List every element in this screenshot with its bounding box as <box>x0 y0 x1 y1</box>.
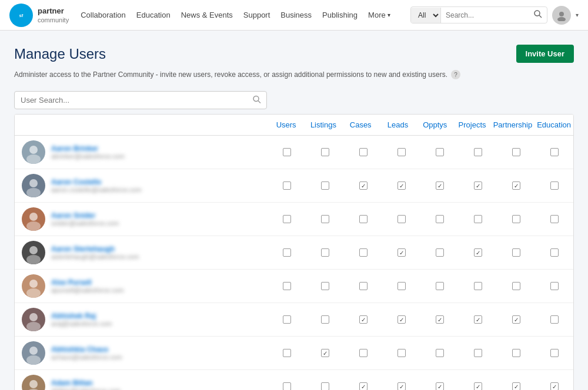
permission-checkbox[interactable] <box>359 248 368 257</box>
user-cell: Aaron Snidersnider@salesforce.com <box>15 203 268 236</box>
col-header-leads[interactable]: Leads <box>379 115 416 135</box>
permission-checkbox[interactable] <box>397 349 406 357</box>
check-cell <box>459 177 497 194</box>
user-name[interactable]: Aaron Stertehaugh <box>51 245 139 253</box>
permission-checkbox[interactable] <box>550 382 559 390</box>
user-avatar-button[interactable] <box>552 6 571 25</box>
search-input[interactable] <box>441 8 529 22</box>
permission-checkbox[interactable] <box>474 215 482 223</box>
col-header-cases[interactable]: Cases <box>342 115 379 135</box>
permission-checkbox[interactable] <box>474 148 482 156</box>
permission-checkbox[interactable] <box>436 349 444 357</box>
permission-checkbox[interactable] <box>436 282 444 290</box>
permission-checkbox[interactable] <box>321 215 329 223</box>
permission-checkbox[interactable] <box>359 349 368 357</box>
nav-collaboration[interactable]: Collaboration <box>81 11 126 19</box>
permission-checkbox[interactable] <box>283 215 291 223</box>
user-name[interactable]: Aaron Brinker <box>51 144 125 153</box>
user-search-wrap <box>14 91 267 109</box>
permission-checkbox[interactable] <box>474 181 482 190</box>
permission-checkbox[interactable] <box>359 181 368 190</box>
svg-point-17 <box>26 288 41 298</box>
permission-checkbox[interactable] <box>474 349 482 357</box>
permission-checkbox[interactable] <box>397 215 406 223</box>
user-name[interactable]: Aaron Snider <box>51 211 119 220</box>
permission-checkbox[interactable] <box>550 181 559 190</box>
permission-checkbox[interactable] <box>512 382 520 390</box>
permission-checkbox[interactable] <box>550 148 559 156</box>
permission-checkbox[interactable] <box>321 181 329 190</box>
nav-publishing[interactable]: Publishing <box>322 11 358 19</box>
permission-checkbox[interactable] <box>474 382 482 390</box>
permission-checkbox[interactable] <box>359 148 368 156</box>
nav-more[interactable]: More ▾ <box>368 11 390 19</box>
col-header-education[interactable]: Education <box>534 115 573 135</box>
permission-checkbox[interactable] <box>397 315 406 324</box>
permission-checkbox[interactable] <box>436 382 444 390</box>
permission-checkbox[interactable] <box>397 282 406 290</box>
permission-checkbox[interactable] <box>512 181 520 190</box>
permission-checkbox[interactable] <box>512 248 520 257</box>
permission-checkbox[interactable] <box>397 148 406 156</box>
permission-checkbox[interactable] <box>321 282 329 290</box>
col-header-opptys[interactable]: Opptys <box>416 115 453 135</box>
permission-checkbox[interactable] <box>397 382 406 390</box>
col-header-projects[interactable]: Projects <box>453 115 490 135</box>
permission-checkbox[interactable] <box>283 282 291 290</box>
permission-checkbox[interactable] <box>550 349 559 357</box>
permission-checkbox[interactable] <box>550 282 559 290</box>
search-button[interactable] <box>529 7 547 23</box>
permission-checkbox[interactable] <box>283 181 291 190</box>
permission-checkbox[interactable] <box>359 382 368 390</box>
permission-checkbox[interactable] <box>321 349 329 357</box>
permission-checkbox[interactable] <box>474 315 482 324</box>
permission-checkbox[interactable] <box>512 148 520 156</box>
user-search-input[interactable] <box>14 91 267 109</box>
user-name[interactable]: Alse Pursell <box>51 278 124 287</box>
permission-checkbox[interactable] <box>321 248 329 257</box>
col-header-users[interactable]: Users <box>268 115 305 135</box>
permission-checkbox[interactable] <box>512 315 520 324</box>
permission-checkbox[interactable] <box>359 215 368 223</box>
nav-education[interactable]: Education <box>136 11 171 19</box>
permission-checkbox[interactable] <box>436 181 444 190</box>
permission-checkbox[interactable] <box>436 215 444 223</box>
permission-checkbox[interactable] <box>550 248 559 257</box>
permission-checkbox[interactable] <box>550 215 559 223</box>
permission-checkbox[interactable] <box>283 382 291 390</box>
permission-checkbox[interactable] <box>397 181 406 190</box>
avatar-chevron[interactable]: ▾ <box>576 12 579 18</box>
permission-checkbox[interactable] <box>397 248 406 257</box>
permission-checkbox[interactable] <box>436 315 444 324</box>
nav-support[interactable]: Support <box>243 11 270 19</box>
col-header-listings[interactable]: Listings <box>305 115 342 135</box>
permission-checkbox[interactable] <box>512 349 520 357</box>
permission-checkbox[interactable] <box>283 148 291 156</box>
permission-checkbox[interactable] <box>550 315 559 324</box>
permission-checkbox[interactable] <box>321 382 329 390</box>
permission-checkbox[interactable] <box>359 315 368 324</box>
user-name[interactable]: Adam Bittan <box>51 379 121 387</box>
nav-news-events[interactable]: News & Events <box>181 11 233 19</box>
permission-checkbox[interactable] <box>283 315 291 324</box>
permission-checkbox[interactable] <box>436 248 444 257</box>
permission-checkbox[interactable] <box>359 282 368 290</box>
col-header-partnership[interactable]: Partnership <box>491 115 534 135</box>
user-name[interactable]: Abhishek Raj <box>51 312 112 320</box>
help-icon[interactable]: ? <box>451 70 460 79</box>
user-name[interactable]: Aaron Costello <box>51 178 142 186</box>
permission-checkbox[interactable] <box>321 315 329 324</box>
permission-checkbox[interactable] <box>283 248 291 257</box>
permission-checkbox[interactable] <box>474 248 482 257</box>
user-name[interactable]: Abhishkia Chaus <box>51 345 122 354</box>
permission-checkbox[interactable] <box>436 148 444 156</box>
permission-checkbox[interactable] <box>321 148 329 156</box>
permission-checkbox[interactable] <box>474 282 482 290</box>
search-type-select[interactable]: All <box>411 8 441 23</box>
permission-checkbox[interactable] <box>512 215 520 223</box>
nav-business[interactable]: Business <box>280 11 312 19</box>
permission-checkbox[interactable] <box>512 282 520 290</box>
permission-checkbox[interactable] <box>283 349 291 357</box>
invite-user-button[interactable]: Invite User <box>516 45 574 63</box>
check-cell <box>535 277 573 295</box>
